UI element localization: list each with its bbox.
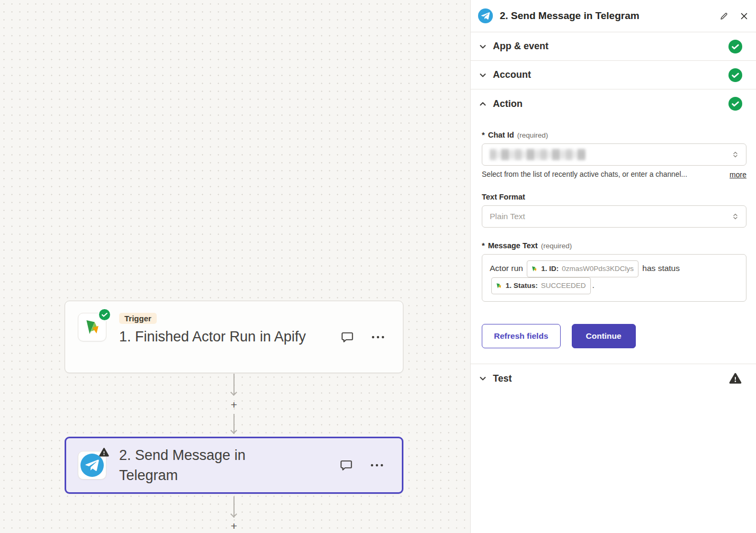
section-label: Test [493, 373, 512, 384]
telegram-logo-icon [478, 8, 493, 23]
chat-id-redacted-value [490, 149, 586, 160]
text-format-label: Text Format [482, 193, 525, 201]
action-step-card[interactable]: 2. Send Message in Telegram [65, 437, 403, 494]
required-note: (required) [517, 131, 548, 139]
trigger-badge: Trigger [119, 313, 157, 324]
message-text-label: Message Text [488, 241, 538, 250]
check-circle-icon [728, 40, 742, 53]
action-card-actions [339, 458, 384, 472]
section-test[interactable]: Test [471, 364, 756, 393]
token-value: 0zmasW0Pds3KDClys [562, 261, 634, 276]
more-options-icon[interactable] [371, 335, 385, 339]
connector-arrow-icon [230, 511, 237, 518]
step-warning-badge [98, 447, 110, 458]
chat-id-helper-row: Select from the list of recently active … [482, 170, 746, 179]
more-options-icon[interactable] [370, 463, 384, 467]
edit-pencil-icon[interactable] [719, 11, 729, 21]
chat-id-select[interactable] [482, 143, 746, 166]
panel-header: 2. Send Message in Telegram [471, 0, 756, 32]
select-chevrons-icon [731, 212, 740, 221]
zap-editor: Trigger 1. Finished Actor Run in Apify + [0, 0, 756, 533]
section-label: App & event [493, 41, 548, 52]
trigger-step-card[interactable]: Trigger 1. Finished Actor Run in Apify [65, 301, 403, 373]
comment-icon[interactable] [340, 330, 354, 344]
token-label: 1. ID: [541, 261, 559, 276]
text-format-value: Plain Text [490, 212, 525, 221]
chevron-down-icon [479, 42, 487, 51]
more-link[interactable]: more [730, 170, 746, 179]
check-circle-icon [728, 97, 742, 111]
warning-triangle-icon [728, 372, 742, 385]
token-label: 1. Status: [506, 278, 538, 293]
chat-id-label: Chat Id [488, 131, 514, 139]
apify-logo-icon [495, 282, 502, 290]
chevron-down-icon [479, 374, 487, 383]
action-card-body: 2. Send Message in Telegram [119, 445, 278, 485]
panel-title: 2. Send Message in Telegram [500, 10, 640, 22]
chevron-up-icon [479, 100, 487, 108]
form-buttons-row: Refresh fields Continue [482, 324, 746, 348]
section-label: Account [493, 69, 531, 80]
comment-icon[interactable] [339, 458, 353, 472]
section-label: Action [493, 98, 523, 110]
connector-arrow-icon [230, 389, 237, 396]
message-text-middle: has status [642, 264, 680, 273]
message-text-field: * Message Text (required) Actor run 1. I… [482, 241, 746, 302]
section-account[interactable]: Account [471, 61, 756, 89]
message-text-prefix: Actor run [490, 264, 523, 273]
action-form: * Chat Id (required) Select from the lis… [471, 118, 756, 348]
required-star: * [482, 241, 485, 250]
apify-app-icon [78, 313, 106, 341]
select-chevrons-icon [731, 150, 740, 159]
step-success-badge [98, 308, 111, 321]
text-format-select[interactable]: Plain Text [482, 205, 746, 228]
text-format-field: Text Format Plain Text [482, 193, 746, 228]
chat-id-label-row: * Chat Id (required) [482, 131, 746, 139]
message-text-suffix: . [592, 281, 595, 290]
section-action[interactable]: Action [471, 89, 756, 118]
token-run-status[interactable]: 1. Status: SUCCEEDED [491, 277, 591, 294]
workflow-canvas[interactable]: Trigger 1. Finished Actor Run in Apify + [0, 0, 470, 533]
token-value: SUCCEEDED [541, 278, 586, 293]
trigger-step-title: 1. Finished Actor Run in Apify [119, 327, 306, 347]
panel-header-actions [719, 11, 749, 21]
chevron-down-icon [479, 71, 487, 79]
telegram-app-icon [78, 451, 106, 480]
check-circle-icon [99, 309, 110, 320]
apify-logo-icon [530, 265, 538, 273]
connector-arrow-icon [230, 427, 237, 434]
refresh-fields-button[interactable]: Refresh fields [482, 324, 561, 348]
trigger-card-body: Trigger 1. Finished Actor Run in Apify [119, 313, 306, 347]
continue-button[interactable]: Continue [572, 324, 636, 348]
token-run-id[interactable]: 1. ID: 0zmasW0Pds3KDClys [527, 260, 638, 277]
message-text-label-row: * Message Text (required) [482, 241, 746, 250]
required-star: * [482, 131, 485, 139]
add-step-button[interactable]: + [227, 519, 241, 533]
add-step-button[interactable]: + [227, 398, 241, 412]
required-note: (required) [541, 242, 572, 250]
section-app-event[interactable]: App & event [471, 32, 756, 61]
trigger-card-actions [340, 330, 385, 344]
chat-id-helper-text: Select from the list of recently active … [482, 170, 721, 178]
message-text-editor[interactable]: Actor run 1. ID: 0zmasW0Pds3KDClys has s… [482, 254, 746, 302]
step-settings-panel: 2. Send Message in Telegram App & event [470, 0, 756, 533]
action-step-title: 2. Send Message in Telegram [119, 445, 278, 485]
close-icon[interactable] [740, 12, 749, 21]
warning-triangle-icon [98, 447, 110, 458]
check-circle-icon [728, 68, 742, 82]
